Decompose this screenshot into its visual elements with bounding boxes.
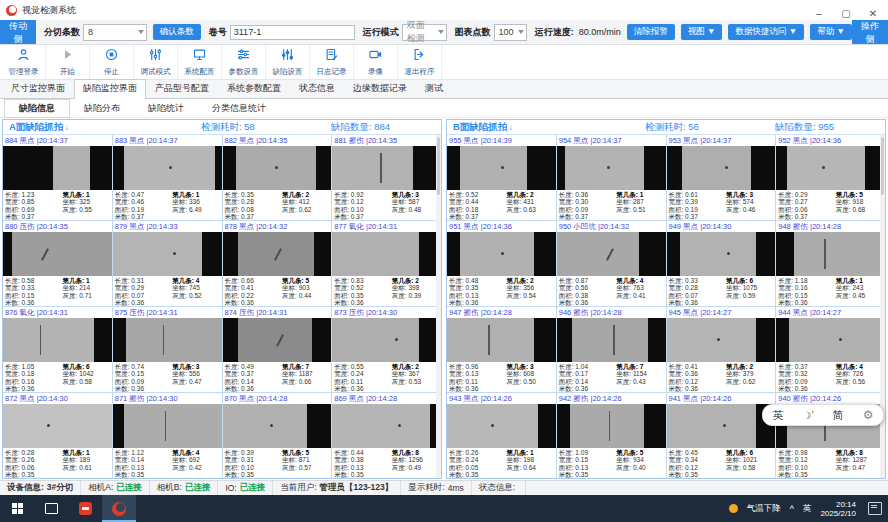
view-menu-button[interactable]: 视图 ▼ — [681, 24, 723, 40]
main-tab-3[interactable]: 系统参数配置 — [218, 79, 290, 98]
defect-card-info: 长度: 0.36宽度: 0.30面积: 0.09米数: 0.37第几条: 1坐标… — [557, 190, 666, 220]
toolbar-button-play[interactable]: 开始 — [46, 45, 90, 79]
defect-card[interactable]: 947 擦伤 |20:14:28长度: 0.96宽度: 0.13面积: 0.11… — [447, 307, 556, 392]
defect-card[interactable]: 951 黑点 |20:14:36长度: 0.48宽度: 0.35面积: 0.13… — [447, 221, 556, 306]
sub-tab-1[interactable]: 缺陷分布 — [70, 100, 134, 117]
ime-english-indicator[interactable]: 英 — [773, 408, 784, 423]
defect-image — [447, 318, 556, 362]
toolbar-button-monitor[interactable]: 系统配置 — [178, 45, 222, 79]
sub-tab-0[interactable]: 缺陷信息 — [4, 99, 70, 118]
taskbar-active-app-icon[interactable] — [102, 495, 136, 522]
panel-title[interactable]: A面缺陷抓拍 — [9, 121, 63, 134]
maximize-button[interactable]: ▢ — [839, 8, 853, 20]
moon-icon[interactable]: ☽’ — [803, 410, 814, 421]
ime-toolbar[interactable]: 英 ☽’ 简 ⚙ — [762, 404, 884, 426]
chart-points-select[interactable]: 100 — [494, 24, 527, 41]
strip-row: 第几条: 1 — [507, 449, 554, 456]
tray-expand-button[interactable]: ^ — [790, 504, 794, 514]
sub-tab-3[interactable]: 分类信息统计 — [198, 100, 280, 117]
close-button[interactable]: ✕ — [866, 8, 880, 20]
main-tab-6[interactable]: 测试 — [416, 79, 452, 98]
defect-card[interactable]: 942 擦伤 |20:14:26长度: 1.09宽度: 0.15面积: 0.13… — [557, 393, 666, 478]
defect-card[interactable]: 954 黑点 |20:14:37长度: 0.36宽度: 0.30面积: 0.09… — [557, 135, 666, 220]
defect-card[interactable]: 873 压伤 |20:14:30长度: 0.55宽度: 0.24面积: 0.11… — [332, 307, 441, 392]
windows-logo-icon — [12, 503, 23, 514]
defect-image — [557, 318, 666, 362]
tray-lang-indicator[interactable]: 英 — [803, 503, 812, 515]
defect-card[interactable]: 950 小凹坑 |20:14:32长度: 0.87宽度: 0.56面积: 0.3… — [557, 221, 666, 306]
taskbar-app-icon[interactable] — [68, 495, 102, 522]
taskview-button[interactable] — [34, 495, 68, 522]
scrollbar-thumb[interactable] — [881, 137, 884, 195]
defect-card[interactable]: 882 黑点 |20:14:35长度: 0.35宽度: 0.28面积: 0.08… — [223, 135, 332, 220]
gear-icon[interactable]: ⚙ — [863, 408, 874, 422]
coord-row: 坐标: 608 — [507, 370, 554, 377]
defect-card[interactable]: 872 黑点 |20:14:30长度: 0.28宽度: 0.26面积: 0.06… — [3, 393, 112, 478]
defect-mark — [822, 166, 825, 169]
defect-card[interactable]: 869 黑点 |20:14:28长度: 0.44宽度: 0.38面积: 0.13… — [332, 393, 441, 478]
taskbar-clock[interactable]: 20:14 2025/2/10 — [820, 500, 856, 518]
panel-title[interactable]: B面缺陷抓拍 — [453, 121, 507, 134]
defect-image — [3, 232, 112, 276]
defect-card[interactable]: 945 黑点 |20:14:27长度: 0.41宽度: 0.36面积: 0.12… — [667, 307, 776, 392]
run-mode-select[interactable]: 双面检测 — [402, 24, 447, 41]
toolbar-button-user[interactable]: 管理登录 — [2, 45, 46, 79]
weather-text[interactable]: 气温下降 — [747, 503, 781, 515]
main-tab-2[interactable]: 产品型号配置 — [146, 79, 218, 98]
sub-tab-2[interactable]: 缺陷统计 — [134, 100, 198, 117]
defect-card[interactable]: 944 黑点 |20:14:27长度: 0.37宽度: 0.32面积: 0.09… — [776, 307, 885, 392]
defect-card[interactable]: 953 黑点 |20:14:37长度: 0.61宽度: 0.39面积: 0.19… — [667, 135, 776, 220]
defect-card[interactable]: 955 黑点 |20:14:39长度: 0.52宽度: 0.44面积: 0.18… — [447, 135, 556, 220]
defect-card[interactable]: 941 黑点 |20:14:26长度: 0.45宽度: 0.34面积: 0.12… — [667, 393, 776, 478]
defect-card[interactable]: 878 黑点 |20:14:32长度: 0.66宽度: 0.41面积: 0.22… — [223, 221, 332, 306]
defect-card[interactable]: 871 擦伤 |20:14:30长度: 1.12宽度: 0.14面积: 0.13… — [113, 393, 222, 478]
start-button[interactable] — [0, 495, 34, 522]
main-tab-4[interactable]: 状态信息 — [290, 79, 344, 98]
defect-card[interactable]: 952 黑点 |20:14:36长度: 0.29宽度: 0.27面积: 0.06… — [776, 135, 885, 220]
drive-side-button[interactable]: 传动侧 — [0, 20, 36, 44]
defect-card[interactable]: 948 擦伤 |20:14:28长度: 1.18宽度: 0.16面积: 0.15… — [776, 221, 885, 306]
main-tab-5[interactable]: 边缘数据记录 — [344, 79, 416, 98]
info-right-col: 第几条: 3坐标: 574灰度: 0.46 — [726, 191, 773, 219]
notification-icon[interactable] — [868, 502, 882, 515]
help-menu-button[interactable]: 帮助 ▼ — [810, 24, 852, 40]
toolbar-button-params[interactable]: 参数设置 — [222, 45, 266, 79]
defect-card[interactable]: 881 擦伤 |20:14:35长度: 0.92宽度: 0.12面积: 0.10… — [332, 135, 441, 220]
toolbar-button-stop[interactable]: 停止 — [90, 45, 134, 79]
defect-card[interactable]: 883 黑点 |20:14:37长度: 0.47宽度: 0.46面积: 0.19… — [113, 135, 222, 220]
defect-card[interactable]: 949 黑点 |20:14:30长度: 0.33宽度: 0.28面积: 0.07… — [667, 221, 776, 306]
defect-card[interactable]: 876 氧化 |20:14:31长度: 1.05宽度: 0.18面积: 0.16… — [3, 307, 112, 392]
defect-card[interactable]: 875 压伤 |20:14:31长度: 0.74宽度: 0.15面积: 0.09… — [113, 307, 222, 392]
toolbar-button-defect[interactable]: 缺陷设置 — [266, 45, 310, 79]
defect-card[interactable]: 870 黑点 |20:14:28长度: 0.39宽度: 0.31面积: 0.10… — [223, 393, 332, 478]
data-access-menu-button[interactable]: 数据快捷访问 ▼ — [728, 24, 804, 40]
defect-image — [223, 318, 332, 362]
roll-number-input[interactable] — [230, 25, 355, 40]
stop-icon — [104, 47, 119, 66]
toolbar-button-camera[interactable]: 录像 — [354, 45, 398, 79]
defect-card[interactable]: 877 氧化 |20:14:31长度: 0.83宽度: 0.52面积: 0.35… — [332, 221, 441, 306]
slit-count-select[interactable]: 8 — [83, 24, 147, 41]
toolbar-button-debug[interactable]: 调试模式 — [134, 45, 178, 79]
defect-card[interactable]: 884 黑点 |20:14:37长度: 1.23宽度: 0.85面积: 0.69… — [3, 135, 112, 220]
main-tab-0[interactable]: 尺寸监控界面 — [2, 79, 74, 98]
confirm-count-button[interactable]: 确认条数 — [153, 24, 201, 40]
toolbar-button-exit[interactable]: 退出程序 — [398, 45, 442, 79]
defect-card[interactable]: 943 黑点 |20:14:26长度: 0.26宽度: 0.24面积: 0.05… — [447, 393, 556, 478]
operate-side-button[interactable]: 操作侧 — [852, 20, 888, 44]
toolbar-button-log[interactable]: 日志记录 — [310, 45, 354, 79]
defect-card[interactable]: 946 擦伤 |20:14:28长度: 1.04宽度: 0.17面积: 0.14… — [557, 307, 666, 392]
minimize-button[interactable]: – — [812, 8, 826, 20]
strip-row: 第几条: 2 — [392, 363, 439, 370]
scrollbar[interactable] — [880, 135, 885, 478]
defect-card[interactable]: 880 压伤 |20:14:35长度: 0.58宽度: 0.33面积: 0.15… — [3, 221, 112, 306]
info-right-col: 第几条: 4坐标: 763灰度: 0.41 — [616, 277, 663, 305]
strip-row: 第几条: 5 — [282, 277, 329, 284]
defect-card[interactable]: 879 黑点 |20:14:33长度: 0.31宽度: 0.29面积: 0.07… — [113, 221, 222, 306]
scrollbar-thumb[interactable] — [437, 137, 440, 195]
main-tab-1[interactable]: 缺陷监控界面 — [74, 79, 146, 99]
defect-card[interactable]: 874 压伤 |20:14:31长度: 0.49宽度: 0.37面积: 0.14… — [223, 307, 332, 392]
scrollbar[interactable] — [436, 135, 441, 478]
ime-simplified-indicator[interactable]: 简 — [833, 408, 844, 423]
clear-alarm-button[interactable]: 清除报警 — [627, 24, 675, 40]
